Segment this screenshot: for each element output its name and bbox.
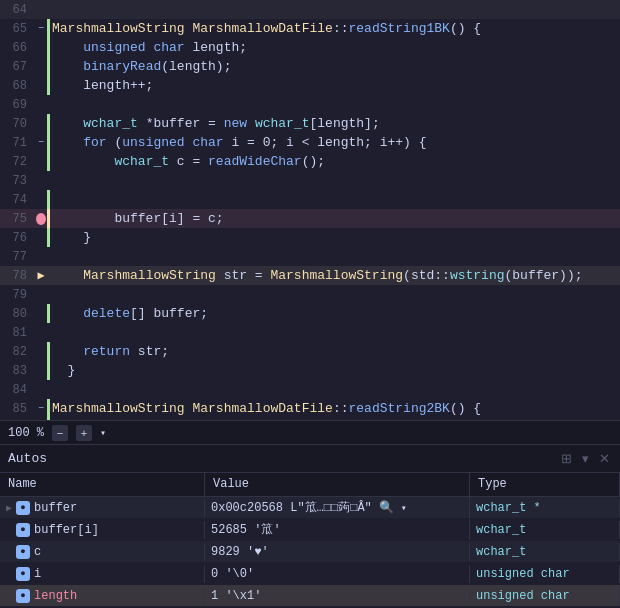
code-line-77: 77 [0, 247, 620, 266]
cell-name-i: ▶ ● i [0, 565, 205, 583]
line-num-67: 67 [0, 60, 35, 74]
zoom-increase-button[interactable]: + [76, 425, 92, 441]
autos-table-wrapper: Name Value Type ▶ ● buffer 0x00c20568 L"… [0, 473, 620, 608]
cell-type-i: unsigned char [470, 565, 620, 583]
cell-value-buffer: 0x00c20568 L"笟…□□蒟□Â" 🔍 ▾ [205, 497, 470, 518]
cell-type-length: unsigned char [470, 587, 620, 605]
cell-type-buffer: wchar_t * [470, 499, 620, 517]
type-c: wchar_t [476, 545, 526, 559]
type-bufferi: wchar_t [476, 523, 526, 537]
table-row: ▶ ● c 9829 '♥' wchar_t [0, 541, 620, 563]
table-row: ▶ ● buffer 0x00c20568 L"笟…□□蒟□Â" 🔍 ▾ wch… [0, 497, 620, 519]
value-buffer: 0x00c20568 L"笟…□□蒟□Â" [211, 499, 372, 516]
type-buffer: wchar_t * [476, 501, 541, 515]
bar-65 [47, 19, 50, 38]
var-icon-i: ● [16, 567, 30, 581]
line-content-72: wchar_t c = readWideChar(); [52, 154, 620, 169]
line-content-78: MarshmallowString str = MarshmallowStrin… [52, 268, 620, 283]
line-num-82: 82 [0, 345, 35, 359]
gutter-78: ▶ [35, 268, 47, 283]
fold-icon-71[interactable]: − [35, 137, 47, 148]
table-row: ▶ ● buffer[i] 52685 '笟' wchar_t [0, 519, 620, 541]
bar-83 [47, 361, 50, 380]
code-line-74: 74 [0, 190, 620, 209]
var-icon-buffer: ● [16, 501, 30, 515]
var-name-i: i [34, 567, 41, 581]
code-line-84: 84 [0, 380, 620, 399]
type-length: unsigned char [476, 589, 570, 603]
cell-name-length: ▶ ● length [0, 587, 205, 605]
autos-panel: Autos ⊞ ▾ ✕ Name Value Type ▶ ● buffer 0… [0, 444, 620, 608]
code-line-79: 79 [0, 285, 620, 304]
autos-table: Name Value Type ▶ ● buffer 0x00c20568 L"… [0, 473, 620, 608]
bar-70 [47, 114, 50, 133]
var-name-buffer: buffer [34, 501, 77, 515]
line-num-76: 76 [0, 231, 35, 245]
bar-74 [47, 190, 50, 209]
line-num-73: 73 [0, 174, 35, 188]
line-num-74: 74 [0, 193, 35, 207]
code-line-68: 68 length++; [0, 76, 620, 95]
line-num-81: 81 [0, 326, 35, 340]
var-icon-bufferi: ● [16, 523, 30, 537]
var-name-length: length [34, 589, 77, 603]
table-row: ▶ ● i 0 '\0' unsigned char [0, 563, 620, 585]
line-content-71: for (unsigned char i = 0; i < length; i+… [52, 135, 620, 150]
value-bufferi: 52685 '笟' [211, 521, 281, 538]
bar-68 [47, 76, 50, 95]
code-line-80: 80 delete[] buffer; [0, 304, 620, 323]
bar-82 [47, 342, 50, 361]
code-line-86: 86 unsigned short length; [0, 418, 620, 420]
col-header-name: Name [0, 473, 205, 496]
bottom-toolbar: 100 % − + ▾ [0, 420, 620, 444]
zoom-dropdown-icon[interactable]: ▾ [100, 427, 106, 439]
expand-buffer-icon[interactable]: ▶ [6, 502, 12, 514]
bar-66 [47, 38, 50, 57]
bar-71 [47, 133, 50, 152]
zoom-decrease-button[interactable]: − [52, 425, 68, 441]
line-content-75: buffer[i] = c; [52, 211, 620, 226]
line-num-71: 71 [0, 136, 35, 150]
close-panel-button[interactable]: ✕ [597, 449, 612, 468]
line-num-77: 77 [0, 250, 35, 264]
gutter-75 [35, 213, 47, 225]
pin-columns-button[interactable]: ⊞ [559, 449, 574, 468]
code-line-70: 70 wchar_t *buffer = new wchar_t[length]… [0, 114, 620, 133]
expand-c-icon: ▶ [6, 546, 12, 558]
code-lines: 64 65 − MarshmallowString MarshmallowDat… [0, 0, 620, 420]
cell-value-length: 1 '\x1' [205, 587, 470, 605]
line-content-70: wchar_t *buffer = new wchar_t[length]; [52, 116, 620, 131]
cell-name-buffer: ▶ ● buffer [0, 499, 205, 517]
cell-type-bufferi: wchar_t [470, 521, 620, 539]
code-line-83: 83 } [0, 361, 620, 380]
col-header-value: Value [205, 473, 470, 496]
line-num-84: 84 [0, 383, 35, 397]
cell-name-c: ▶ ● c [0, 543, 205, 561]
line-num-64: 64 [0, 3, 35, 17]
bar-75 [47, 209, 50, 228]
fold-icon-65[interactable]: − [35, 23, 47, 34]
value-dropdown-icon[interactable]: ▾ [401, 502, 407, 514]
search-value-icon[interactable]: 🔍 [376, 500, 397, 515]
line-num-66: 66 [0, 41, 35, 55]
line-content-67: binaryRead(length); [52, 59, 620, 74]
line-content-66: unsigned char length; [52, 40, 620, 55]
header-icons: ⊞ ▾ ✕ [559, 449, 612, 468]
var-icon-length: ● [16, 589, 30, 603]
var-name-bufferi: buffer[i] [34, 523, 99, 537]
line-content-76: } [52, 230, 620, 245]
line-num-69: 69 [0, 98, 35, 112]
expand-bufferi-icon: ▶ [6, 524, 12, 536]
var-icon-c: ● [16, 545, 30, 559]
line-num-80: 80 [0, 307, 35, 321]
cell-value-c: 9829 '♥' [205, 543, 470, 561]
code-line-67: 67 binaryRead(length); [0, 57, 620, 76]
cell-name-bufferi: ▶ ● buffer[i] [0, 521, 205, 539]
zoom-label: 100 % [8, 426, 44, 440]
bar-72 [47, 152, 50, 171]
expand-i-icon: ▶ [6, 568, 12, 580]
dropdown-button[interactable]: ▾ [580, 449, 591, 468]
fold-icon-85[interactable]: − [35, 403, 47, 414]
code-line-66: 66 unsigned char length; [0, 38, 620, 57]
breakpoint-icon [36, 213, 46, 225]
